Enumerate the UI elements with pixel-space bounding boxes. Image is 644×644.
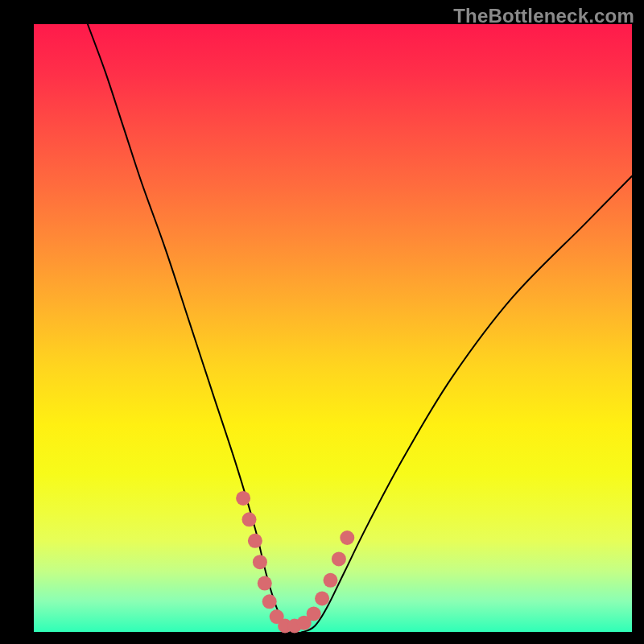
- curve-marker: [332, 551, 346, 566]
- chart-svg: [34, 24, 632, 632]
- curve-marker: [242, 512, 257, 526]
- curve-marker: [315, 592, 329, 606]
- bottleneck-curve: [88, 24, 632, 634]
- chart-frame: TheBottleneck.com: [0, 0, 644, 644]
- watermark-text: TheBottleneck.com: [453, 5, 634, 27]
- plot-area: [34, 24, 632, 632]
- curve-marker: [248, 534, 262, 548]
- curve-marker: [324, 573, 338, 588]
- curve-marker: [340, 530, 354, 545]
- curve-marker: [258, 576, 272, 591]
- curve-marker: [262, 594, 277, 609]
- marker-layer: [236, 491, 354, 634]
- curve-marker: [307, 606, 321, 621]
- curve-marker: [253, 555, 267, 569]
- curve-marker: [236, 491, 250, 506]
- curve-layer: [88, 24, 632, 634]
